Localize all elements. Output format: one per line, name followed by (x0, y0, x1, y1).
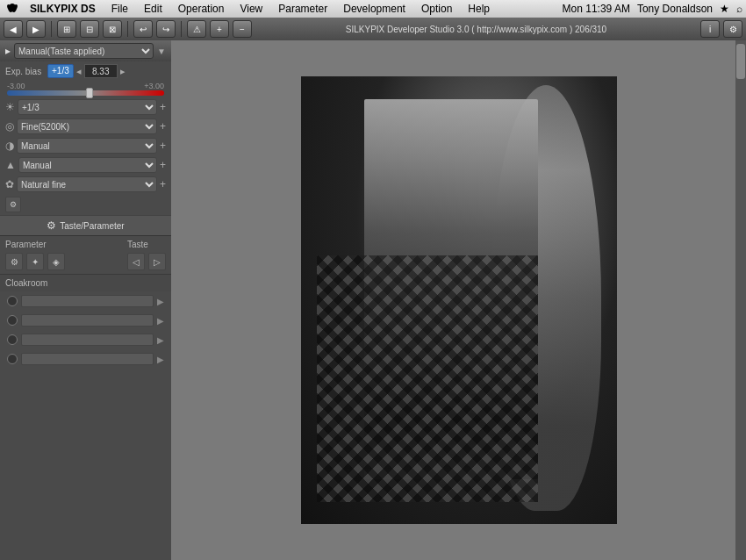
dropdown5-row: ✿ Natural fine + (0, 175, 171, 194)
dropdown4-select[interactable]: Manual (18, 157, 157, 173)
menu-parameter[interactable]: Parameter (271, 0, 334, 18)
dropdown4-row: ▲ Manual + (0, 155, 171, 175)
cloakroom-radio-3[interactable] (7, 334, 18, 345)
toolbar-fwd[interactable]: ▶ (26, 20, 46, 38)
menu-option[interactable]: Option (414, 0, 459, 18)
taste-label: Taste (127, 240, 166, 249)
cloakroom-row-3: ▶ (0, 330, 171, 349)
dropdown3-plus[interactable]: + (160, 140, 166, 152)
menu-user: Tony Donaldson (637, 3, 713, 15)
photo-background (301, 76, 617, 524)
dropdown3-row: ◑ Manual + (0, 136, 171, 155)
cloakroom-bar-4[interactable] (21, 353, 154, 365)
preset-select[interactable]: Manual(Taste applied) (14, 43, 154, 59)
dropdown1-row: ☀ +1/3 + (0, 97, 171, 117)
toolbar-grid[interactable]: ⊞ (57, 20, 76, 38)
taste-param-bar: ⚙ Taste/Parameter (0, 215, 171, 236)
image-viewport[interactable] (171, 40, 746, 560)
toolbar-info[interactable]: i (700, 20, 720, 38)
apple-menu[interactable] (4, 0, 21, 18)
toolbar-undo[interactable]: ↩ (133, 20, 153, 38)
dropdown1-icon: ☀ (5, 101, 15, 113)
param-label: Parameter (5, 240, 65, 249)
dropdown4-plus[interactable]: + (160, 159, 166, 171)
dropdown1-select[interactable]: +1/3 (18, 99, 157, 115)
center-panel (171, 40, 746, 560)
menu-file[interactable]: File (104, 0, 135, 18)
param-section: Parameter ⚙ ✦ ◈ (5, 240, 65, 270)
taste-icon-1[interactable]: ◁ (127, 253, 145, 270)
toolbar-sep-2 (127, 21, 128, 37)
cloakroom-row-4: ▶ (0, 349, 171, 369)
dropdown1-plus[interactable]: + (160, 101, 166, 113)
dropdown5-icon: ✿ (5, 178, 14, 190)
search-icon[interactable]: ⌕ (736, 3, 742, 15)
toolbar-warn[interactable]: ⚠ (187, 20, 206, 38)
toolbar-grid2[interactable]: ⊟ (80, 20, 99, 38)
panel-options-arrow[interactable]: ▼ (157, 47, 166, 56)
menu-operation[interactable]: Operation (171, 0, 232, 18)
main-photo (301, 76, 617, 524)
cloakroom-arrow-3[interactable]: ▶ (157, 335, 164, 345)
panel-header: ▸ Manual(Taste applied) ▼ (0, 40, 171, 61)
toolbar: ◀ ▶ ⊞ ⊟ ⊠ ↩ ↪ ⚠ + − SILKYPIX Developer S… (0, 18, 746, 40)
app-name: SILKYPIX DS (23, 3, 103, 15)
exp-slider-row: -3.00 +3.00 (0, 81, 171, 97)
cloakroom-header: Cloakroom (0, 274, 171, 291)
taste-icons: ◁ ▷ (127, 253, 166, 270)
toolbar-zoom-out[interactable]: − (233, 20, 252, 38)
taste-param-label[interactable]: Taste/Parameter (60, 221, 124, 231)
cloakroom-label: Cloakroom (5, 278, 47, 288)
exp-value-btn[interactable]: +1/3 (47, 64, 74, 78)
gear-btn[interactable]: ⚙ (5, 197, 21, 212)
scrollbar-thumb[interactable] (736, 44, 745, 79)
left-panel: ▸ Manual(Taste applied) ▼ Exp. bias +1/3… (0, 40, 171, 560)
menu-edit[interactable]: Edit (137, 0, 169, 18)
dropdown5-select[interactable]: Natural fine (17, 176, 157, 192)
cloakroom-bar-3[interactable] (21, 334, 154, 346)
toolbar-back[interactable]: ◀ (4, 20, 23, 38)
cloakroom-radio-1[interactable] (7, 296, 18, 306)
cloakroom-bar-2[interactable] (21, 314, 154, 327)
menu-help[interactable]: Help (461, 0, 497, 18)
cloakroom-radio-2[interactable] (7, 315, 18, 326)
taste-section: Taste ◁ ▷ (127, 240, 166, 270)
cloakroom-bar-1[interactable] (21, 295, 154, 307)
menu-view[interactable]: View (233, 0, 269, 18)
toolbar-sep-1 (51, 21, 52, 37)
param-icon-2[interactable]: ✦ (26, 253, 44, 270)
exp-bias-row: Exp. bias +1/3 ◂ ▸ (0, 61, 171, 81)
cloakroom-arrow-2[interactable]: ▶ (157, 316, 164, 326)
cloakroom-arrow-1[interactable]: ▶ (157, 297, 164, 306)
exp-arrow-right[interactable]: ▸ (120, 66, 126, 77)
toolbar-settings[interactable]: ⚙ (723, 20, 742, 38)
toolbar-view[interactable]: ⊠ (103, 20, 122, 38)
dropdown2-plus[interactable]: + (160, 120, 166, 133)
param-icon-3[interactable]: ◈ (47, 253, 65, 270)
cloakroom-radio-4[interactable] (7, 354, 18, 364)
dropdown3-select[interactable]: Manual (17, 138, 157, 154)
vertical-scrollbar[interactable] (735, 40, 746, 560)
taste-icon-2[interactable]: ▷ (148, 253, 166, 270)
dropdown5-plus[interactable]: + (160, 178, 166, 190)
exp-number-input[interactable] (84, 64, 118, 78)
menu-development[interactable]: Development (336, 0, 412, 18)
dropdown3-icon: ◑ (5, 140, 14, 152)
exp-slider-track[interactable] (7, 90, 164, 96)
slider-min: -3.00 (7, 82, 25, 90)
exp-slider-thumb[interactable] (86, 88, 93, 98)
main-area: ▸ Manual(Taste applied) ▼ Exp. bias +1/3… (0, 40, 746, 560)
param-taste-section: Parameter ⚙ ✦ ◈ Taste ◁ ▷ (0, 236, 171, 274)
taste-param-icon: ⚙ (47, 219, 56, 232)
toolbar-zoom-in[interactable]: + (210, 20, 229, 38)
dropdown2-select[interactable]: Fine(5200K) (17, 118, 157, 134)
dropdown2-icon: ◎ (5, 120, 14, 133)
bluetooth-icon: ★ (720, 3, 729, 15)
menu-time: Mon 11:39 AM (563, 3, 630, 15)
param-icon-1[interactable]: ⚙ (5, 253, 23, 270)
icon-row-1: ⚙ (0, 194, 171, 215)
menu-bar: SILKYPIX DS File Edit Operation View Par… (0, 0, 746, 18)
exp-arrow-left[interactable]: ◂ (76, 66, 82, 77)
cloakroom-arrow-4[interactable]: ▶ (157, 355, 164, 364)
toolbar-redo[interactable]: ↪ (156, 20, 176, 38)
